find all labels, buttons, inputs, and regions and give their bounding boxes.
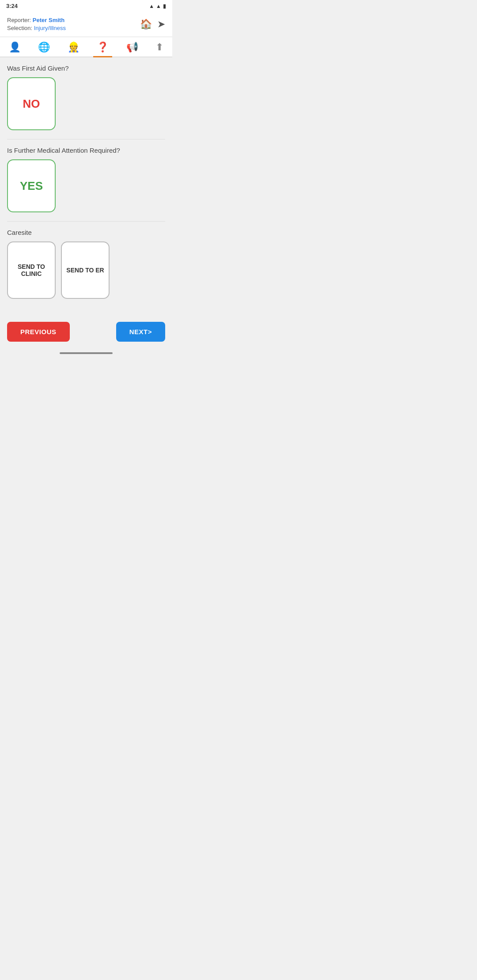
submit-icon[interactable]: ➤ — [157, 19, 165, 30]
nav-tabs: 👤 🌐 👷 ❓ 📢 ⬆ — [0, 37, 172, 57]
first-aid-no-label: NO — [23, 97, 40, 111]
send-to-clinic-label: SEND TO CLINIC — [12, 263, 50, 277]
globe-tab-icon: 🌐 — [38, 41, 50, 53]
caresite-section: Caresite SEND TO CLINIC SEND TO ER — [7, 229, 165, 299]
header-icons: 🏠 ➤ — [140, 19, 165, 30]
selection-label: Selection: — [7, 25, 32, 31]
question-tab-icon: ❓ — [97, 41, 109, 53]
content: Was First Aid Given? NO Is Further Medic… — [0, 57, 172, 315]
tab-globe[interactable]: 🌐 — [34, 40, 53, 57]
tab-upload[interactable]: ⬆ — [152, 40, 167, 57]
header-info: Reporter: Peter Smith Selection: Injury/… — [7, 16, 66, 32]
medical-attention-question: Is Further Medical Attention Required? — [7, 147, 165, 154]
divider-2 — [7, 221, 165, 222]
first-aid-options: NO — [7, 77, 165, 130]
wifi-icon: ▲ — [156, 3, 161, 9]
tab-worker[interactable]: 👷 — [64, 40, 83, 57]
reporter-label: Reporter: — [7, 17, 31, 23]
bottom-nav: PREVIOUS NEXT> — [0, 315, 172, 349]
worker-tab-icon: 👷 — [68, 41, 80, 53]
divider-1 — [7, 139, 165, 139]
first-aid-question: Was First Aid Given? — [7, 64, 165, 72]
header: Reporter: Peter Smith Selection: Injury/… — [0, 12, 172, 37]
status-icons: ▲ ▲ ▮ — [149, 3, 166, 9]
first-aid-no-button[interactable]: NO — [7, 77, 56, 130]
reporter-name: Peter Smith — [33, 17, 64, 23]
status-bar: 3:24 ▲ ▲ ▮ — [0, 0, 172, 12]
previous-button[interactable]: PREVIOUS — [7, 322, 70, 342]
upload-tab-icon: ⬆ — [155, 41, 163, 53]
home-icon[interactable]: 🏠 — [140, 19, 152, 30]
caresite-label: Caresite — [7, 229, 165, 236]
medical-attention-options: YES — [7, 159, 165, 212]
medical-attention-section: Is Further Medical Attention Required? Y… — [7, 147, 165, 212]
next-button[interactable]: NEXT> — [116, 322, 165, 342]
selection-row: Selection: Injury/Illness — [7, 24, 66, 32]
person-tab-icon: 👤 — [9, 41, 21, 53]
medical-attention-yes-button[interactable]: YES — [7, 159, 56, 212]
send-to-er-label: SEND TO ER — [66, 267, 104, 274]
reporter-row: Reporter: Peter Smith — [7, 16, 66, 24]
tab-person[interactable]: 👤 — [5, 40, 24, 57]
medical-attention-yes-label: YES — [20, 179, 43, 193]
tab-question[interactable]: ❓ — [93, 40, 112, 57]
home-indicator — [0, 349, 172, 358]
signal-icon: ▲ — [149, 3, 154, 9]
send-to-clinic-button[interactable]: SEND TO CLINIC — [7, 241, 56, 299]
home-bar — [60, 352, 113, 354]
send-to-er-button[interactable]: SEND TO ER — [61, 241, 110, 299]
battery-icon: ▮ — [163, 3, 166, 9]
caresite-options: SEND TO CLINIC SEND TO ER — [7, 241, 165, 299]
tab-megaphone[interactable]: 📢 — [123, 40, 142, 57]
selection-value: Injury/Illness — [34, 25, 66, 31]
megaphone-tab-icon: 📢 — [126, 41, 138, 53]
status-time: 3:24 — [6, 3, 18, 9]
first-aid-section: Was First Aid Given? NO — [7, 64, 165, 130]
